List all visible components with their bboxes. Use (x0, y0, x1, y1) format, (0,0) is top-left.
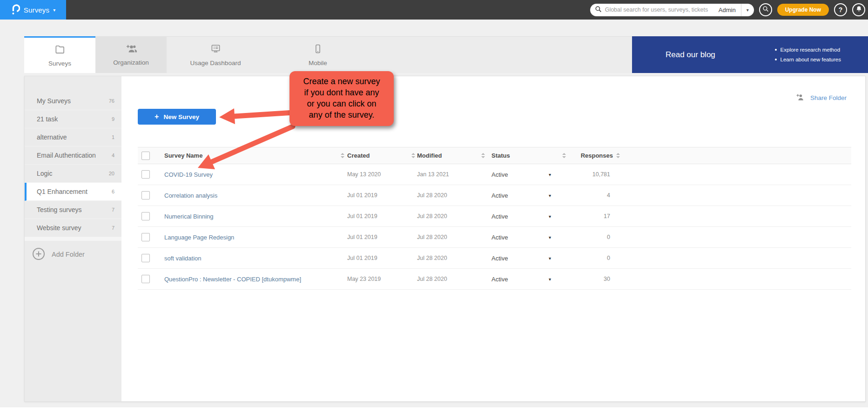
created-date: Jul 01 2019 (347, 192, 377, 199)
bullet-dot-icon (775, 49, 777, 51)
row-checkbox[interactable] (141, 254, 150, 262)
sidebar-item-my-surveys[interactable]: My Surveys 76 (25, 92, 121, 110)
plus-circle-icon (32, 247, 46, 262)
sort-icon[interactable] (341, 153, 344, 158)
modified-date: Jul 28 2020 (417, 276, 447, 282)
main-tabs: Surveys Organization Usage Dashboard (24, 36, 632, 73)
modified-date: Jul 28 2020 (417, 255, 447, 261)
status-dropdown-icon[interactable]: ▾ (549, 193, 551, 198)
bullet-label: Learn about new features (781, 57, 841, 62)
blog-bullet-link[interactable]: Explore research method (775, 47, 841, 53)
new-survey-button[interactable]: + New Survey (138, 109, 216, 125)
upgrade-now-button[interactable]: Upgrade Now (777, 4, 829, 16)
column-modified[interactable]: Modified (417, 152, 442, 159)
survey-name-link[interactable]: soft validation (164, 255, 202, 262)
surveys-content: Share Folder + New Survey Survey Name Cr… (121, 76, 865, 401)
survey-name-link[interactable]: Correlation analysis (164, 192, 217, 199)
sort-icon[interactable] (411, 153, 415, 158)
column-responses[interactable]: Responses (581, 152, 613, 159)
table-row: soft validation Jul 01 2019 Jul 28 2020 … (138, 248, 851, 269)
page-bottom-strip (0, 407, 868, 412)
status-value: Active (491, 276, 508, 283)
tab-mobile[interactable]: Mobile (264, 37, 371, 73)
folder-label: 21 task (37, 115, 58, 123)
search-button[interactable] (759, 3, 772, 16)
sort-icon[interactable] (616, 153, 620, 158)
folder-count: 20 (109, 171, 114, 176)
share-folder-button[interactable]: Share Folder (795, 93, 847, 103)
tab-label: Organization (113, 59, 149, 66)
sidebar-item-logic[interactable]: Logic 20 (25, 165, 121, 183)
status-dropdown-icon[interactable]: ▾ (549, 214, 551, 219)
search-icon (762, 6, 769, 14)
sidebar-item-testing-surveys[interactable]: Testing surveys 7 (25, 201, 121, 219)
responses-count: 0 (607, 234, 610, 240)
select-all-checkbox[interactable] (141, 152, 150, 160)
folder-label: My Surveys (37, 97, 71, 105)
folder-count: 9 (112, 116, 114, 122)
help-button[interactable]: ? (834, 3, 847, 16)
survey-name-link[interactable]: COVID-19 Survey (164, 171, 213, 178)
tab-surveys[interactable]: Surveys (24, 36, 95, 73)
sort-icon[interactable] (481, 153, 485, 158)
folder-count: 7 (112, 225, 114, 231)
row-checkbox[interactable] (141, 212, 150, 220)
plus-icon: + (155, 113, 159, 121)
folder-label: alternative (37, 133, 67, 141)
created-date: May 13 2020 (347, 171, 381, 178)
add-folder-button[interactable]: Add Folder (25, 241, 121, 268)
folder-label: Logic (37, 170, 52, 177)
status-value: Active (491, 234, 508, 241)
status-value: Active (491, 171, 508, 178)
row-checkbox[interactable] (141, 191, 150, 199)
sidebar-divider (25, 237, 121, 241)
sort-icon[interactable] (562, 153, 566, 158)
created-date: May 23 2019 (347, 276, 381, 282)
created-date: Jul 01 2019 (347, 255, 377, 261)
add-person-icon (795, 93, 806, 103)
sidebar-item-q1-enhancement[interactable]: Q1 Enhancement 6 (25, 183, 121, 201)
sidebar-item-email-authentication[interactable]: Email Authentication 4 (25, 146, 121, 165)
tab-label: Usage Dashboard (190, 60, 241, 66)
survey-name-link[interactable]: Numerical Binning (164, 213, 214, 220)
row-checkbox[interactable] (141, 170, 150, 179)
product-switcher[interactable]: Surveys ▾ (0, 0, 66, 20)
bullet-label: Explore research method (781, 47, 840, 53)
modified-date: Jul 28 2020 (417, 234, 447, 240)
survey-name-link[interactable]: QuestionPro : Newsletter - COPIED [dtuko… (164, 276, 301, 283)
row-checkbox[interactable] (141, 275, 150, 283)
status-dropdown-icon[interactable]: ▾ (549, 277, 551, 282)
status-dropdown-icon[interactable]: ▾ (549, 235, 551, 240)
responses-count: 10,781 (592, 171, 610, 178)
column-survey-name[interactable]: Survey Name (164, 152, 202, 159)
table-row: Correlation analysis Jul 01 2019 Jul 28 … (138, 185, 851, 206)
sidebar-item-website-survey[interactable]: Website survey 7 (25, 219, 121, 237)
responses-count: 17 (604, 213, 610, 219)
row-checkbox[interactable] (141, 233, 150, 241)
folder-count: 7 (112, 207, 114, 213)
read-our-blog-link[interactable]: Read our blog (666, 50, 715, 60)
status-dropdown-icon[interactable]: ▾ (549, 172, 551, 177)
notifications-button[interactable] (852, 3, 865, 16)
table-row: QuestionPro : Newsletter - COPIED [dtuko… (138, 269, 851, 290)
column-created[interactable]: Created (347, 152, 370, 159)
bell-icon (855, 5, 862, 14)
tab-organization[interactable]: Organization (95, 37, 167, 73)
folder-icon (54, 44, 65, 56)
sidebar-item-21-task[interactable]: 21 task 9 (25, 110, 121, 128)
column-status[interactable]: Status (491, 152, 510, 159)
search-input[interactable] (605, 7, 716, 13)
folder-count: 76 (109, 98, 114, 104)
status-dropdown-icon[interactable]: ▾ (549, 256, 551, 261)
table-header: Survey Name Created Modified Status Resp… (138, 147, 851, 164)
blog-bullet-link[interactable]: Learn about new features (775, 57, 841, 62)
tab-usage-dashboard[interactable]: Usage Dashboard (167, 37, 264, 73)
search-scope-dropdown[interactable]: ▾ (741, 4, 754, 16)
survey-name-link[interactable]: Language Page Redesign (164, 234, 234, 241)
chevron-down-icon: ▾ (53, 7, 55, 13)
bullet-dot-icon (775, 59, 777, 60)
sidebar-item-alternative[interactable]: alternative 1 (25, 128, 121, 146)
status-value: Active (491, 192, 508, 199)
global-search[interactable]: Admin ▾ (590, 4, 754, 16)
admin-scope-label[interactable]: Admin (716, 7, 741, 13)
